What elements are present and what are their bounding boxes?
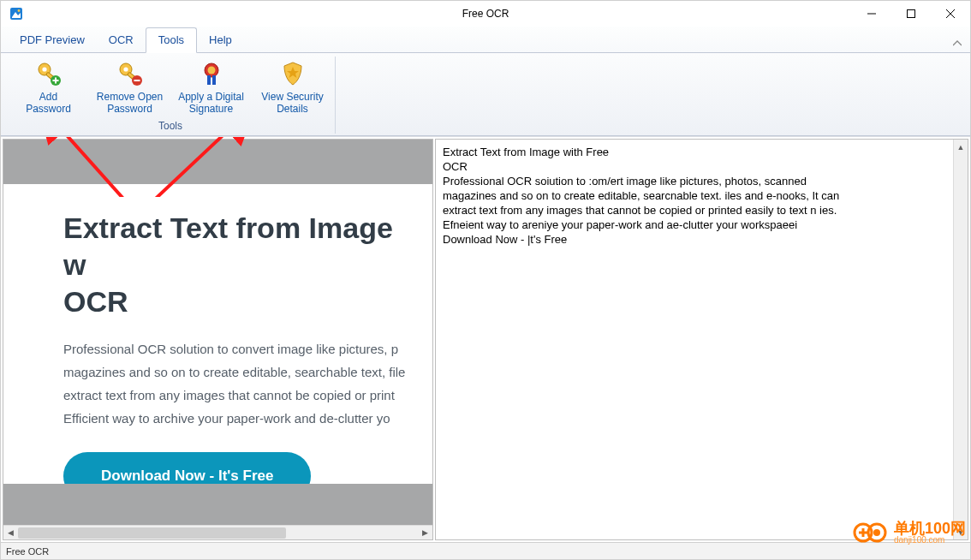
menu-ocr[interactable]: OCR (97, 28, 146, 52)
security-badge-icon (279, 60, 307, 87)
window-title: Free OCR (1, 8, 970, 20)
svg-point-19 (207, 67, 215, 74)
remove-password-label-1: Remove Open (97, 91, 163, 103)
remove-password-label-2: Password (107, 103, 152, 115)
preview-paragraph: Professional OCR solution to convert ima… (63, 337, 415, 430)
svg-point-2 (18, 9, 21, 12)
preview-gutter-top (3, 140, 432, 184)
preview-page: Extract Text from Image wOCR Professiona… (3, 184, 432, 484)
menu-bar: PDF Preview OCR Tools Help (1, 27, 970, 53)
svg-point-8 (42, 67, 46, 71)
view-security-label-2: Details (277, 103, 308, 115)
output-vertical-scrollbar[interactable]: ▲ ▼ (953, 140, 968, 539)
apply-digital-signature-button[interactable]: Apply a DigitalSignature (170, 57, 252, 118)
scroll-up-icon[interactable]: ▲ (954, 140, 968, 154)
svg-rect-4 (908, 10, 915, 18)
pdf-preview-pane: Extract Text from Image wOCR Professiona… (3, 139, 433, 540)
title-bar: Free OCR (1, 1, 970, 27)
add-password-label-2: Password (26, 103, 71, 115)
preview-heading: Extract Text from Image wOCR (63, 210, 415, 320)
svg-rect-21 (212, 75, 216, 85)
ribbon-group-label: Tools (158, 118, 182, 134)
ocr-output-pane: Extract Text from Image with Free OCR Pr… (435, 139, 968, 540)
menu-help[interactable]: Help (197, 28, 244, 52)
ocr-output-text[interactable]: Extract Text from Image with Free OCR Pr… (436, 140, 953, 539)
app-icon (9, 7, 23, 21)
add-password-label-1: Add (39, 91, 57, 103)
preview-gutter-bottom (3, 484, 432, 525)
scroll-down-icon[interactable]: ▼ (954, 525, 968, 539)
key-add-icon (35, 60, 63, 87)
apply-signature-label-2: Signature (189, 103, 233, 115)
content-area: Extract Text from Image wOCR Professiona… (1, 136, 970, 542)
svg-rect-20 (207, 75, 211, 85)
ribbon-tools: AddPassword Remove OpenPassword (1, 53, 970, 136)
minimize-button[interactable] (852, 1, 891, 27)
ribbon-group-tools: AddPassword Remove OpenPassword (6, 57, 336, 134)
add-password-button[interactable]: AddPassword (8, 57, 89, 118)
close-button[interactable] (931, 1, 970, 27)
maximize-button[interactable] (891, 1, 931, 27)
view-security-details-button[interactable]: View SecurityDetails (252, 57, 333, 118)
ribbon-seal-icon (198, 60, 225, 87)
preview-horizontal-scrollbar[interactable]: ◀ ▶ (3, 525, 432, 539)
key-remove-icon (116, 60, 144, 87)
window-controls (852, 1, 970, 27)
status-text: Free OCR (6, 546, 49, 557)
menu-pdf-preview[interactable]: PDF Preview (8, 28, 97, 52)
apply-signature-label-1: Apply a Digital (178, 91, 244, 103)
scroll-thumb[interactable] (18, 527, 286, 539)
menu-tools[interactable]: Tools (146, 27, 197, 53)
scroll-right-icon[interactable]: ▶ (418, 526, 432, 540)
view-security-label-1: View Security (261, 91, 323, 103)
collapse-ribbon-icon[interactable] (944, 35, 970, 52)
remove-open-password-button[interactable]: Remove OpenPassword (89, 57, 170, 118)
scroll-left-icon[interactable]: ◀ (3, 526, 18, 540)
status-bar: Free OCR (1, 542, 970, 559)
app-window: Free OCR PDF Preview OCR Tools Help (0, 0, 971, 560)
download-now-button[interactable]: Download Now - It's Free (63, 452, 311, 484)
svg-point-14 (123, 67, 128, 71)
